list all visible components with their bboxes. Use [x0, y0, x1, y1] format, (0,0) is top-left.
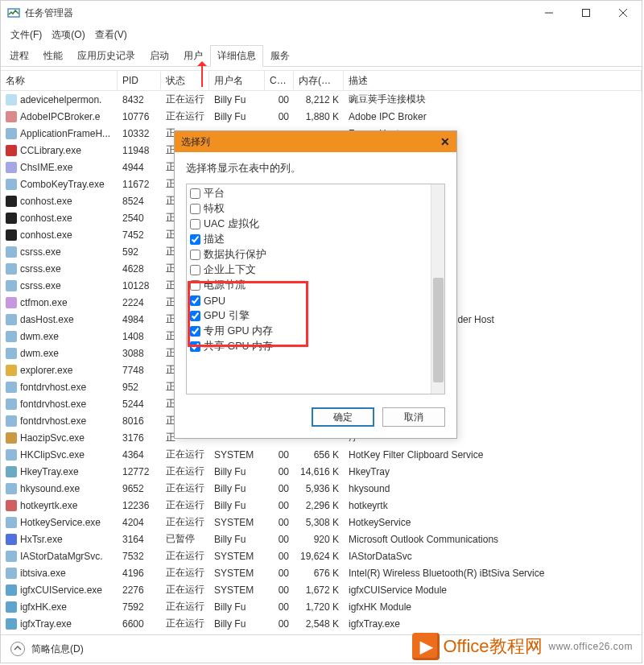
user-cell: Billy Fu [209, 601, 265, 613]
table-row[interactable]: adevicehelpermon.8432正在运行Billy Fu008,212… [1, 91, 642, 108]
column-checkbox[interactable] [190, 219, 200, 229]
column-option-label: UAC 虚拟化 [204, 217, 259, 231]
menu-view[interactable]: 查看(V) [92, 27, 130, 43]
menu-options[interactable]: 选项(O) [48, 27, 88, 43]
table-row[interactable]: HotkeyService.exe4204正在运行SYSTEM005,308 K… [1, 514, 642, 531]
pid-cell: 8524 [118, 195, 161, 208]
tab-performance[interactable]: 性能 [36, 45, 70, 67]
process-name: dwm.exe [20, 348, 59, 359]
table-row[interactable]: ibtsiva.exe4196正在运行SYSTEM00676 KIntel(R)… [1, 564, 642, 581]
process-icon [6, 601, 17, 613]
description-cell: HotKey Filter Clipboard Service [344, 448, 642, 461]
pid-cell: 11948 [118, 144, 161, 157]
ok-button[interactable]: 确定 [312, 407, 374, 427]
pid-cell: 4204 [118, 516, 161, 529]
table-row[interactable]: HkeyTray.exe12772正在运行Billy Fu0014,616 KH… [1, 463, 642, 480]
menubar: 文件(F) 选项(O) 查看(V) [1, 25, 642, 45]
status-cell: 正在运行 [161, 599, 209, 614]
process-icon [6, 280, 17, 291]
tab-app-history[interactable]: 应用历史记录 [70, 45, 142, 67]
process-icon [6, 534, 17, 545]
tab-services[interactable]: 服务 [263, 45, 297, 67]
cpu-cell: 00 [265, 499, 294, 512]
col-cpu[interactable]: CPU [265, 72, 294, 89]
column-option[interactable]: 特权 [190, 201, 427, 217]
process-icon [6, 382, 17, 393]
description-cell: hkysound [344, 482, 642, 495]
col-name[interactable]: 名称 [1, 71, 118, 91]
table-row[interactable]: HKClipSvc.exe4364正在运行SYSTEM00656 KHotKey… [1, 446, 642, 463]
chevron-up-icon[interactable] [10, 642, 25, 656]
pid-cell: 7452 [118, 229, 161, 242]
column-checkbox[interactable] [190, 265, 200, 275]
memory-cell: 1,720 K [294, 601, 344, 613]
memory-cell: 656 K [294, 448, 344, 461]
pid-cell: 11672 [118, 178, 161, 191]
col-pid[interactable]: PID [118, 72, 161, 89]
column-checkbox[interactable] [190, 204, 200, 214]
listbox-scrollbar[interactable] [431, 184, 444, 394]
cancel-button[interactable]: 取消 [382, 407, 445, 427]
fewer-details-link[interactable]: 简略信息(D) [31, 642, 84, 656]
process-name: csrss.exe [20, 263, 61, 275]
description-cell: igfxCUIService Module [344, 584, 642, 597]
user-cell: Billy Fu [209, 110, 265, 123]
table-row[interactable]: hkysound.exe9652正在运行Billy Fu005,936 Khky… [1, 480, 642, 497]
process-name: dwm.exe [20, 331, 59, 342]
cpu-cell: 00 [265, 93, 294, 106]
table-row[interactable]: igfxTray.exe6600正在运行Billy Fu002,548 Kigf… [1, 615, 642, 632]
dialog-titlebar: 选择列 ✕ [175, 131, 456, 152]
process-icon [6, 179, 17, 190]
column-checkbox[interactable] [190, 234, 200, 245]
col-description[interactable]: 描述 [344, 71, 642, 91]
column-option-label: 特权 [204, 202, 225, 216]
user-cell: Billy Fu [209, 93, 265, 106]
table-row[interactable]: hotkeyrtk.exe12236正在运行Billy Fu002,296 Kh… [1, 497, 642, 514]
column-option[interactable]: 描述 [190, 232, 427, 247]
column-option[interactable]: 企业上下文 [190, 262, 427, 278]
process-name: HKClipSvc.exe [20, 449, 85, 461]
memory-cell: 19,624 K [294, 550, 344, 563]
menu-file[interactable]: 文件(F) [7, 27, 45, 43]
col-memory[interactable]: 内存(专用... [294, 71, 344, 91]
process-name: csrss.exe [20, 246, 61, 258]
table-row[interactable]: igfxCUIService.exe2276正在运行SYSTEM001,672 … [1, 581, 642, 598]
maximize-button[interactable] [568, 1, 605, 25]
process-name: adevicehelpermon. [20, 94, 101, 105]
status-cell: 正在运行 [161, 616, 209, 631]
tab-processes[interactable]: 进程 [2, 45, 36, 67]
table-row[interactable]: IAStorDataMgrSvc.7532正在运行SYSTEM0019,624 … [1, 547, 642, 564]
titlebar: 任务管理器 [1, 1, 642, 25]
annotation-highlight-box [188, 281, 308, 347]
col-user[interactable]: 用户名 [209, 71, 265, 91]
cpu-cell: 00 [265, 618, 294, 630]
table-row[interactable]: igfxHK.exe7592正在运行Billy Fu001,720 KigfxH… [1, 598, 642, 615]
pid-cell: 7592 [118, 601, 161, 613]
column-option[interactable]: 平台 [190, 186, 427, 201]
table-row[interactable]: HxTsr.exe3164已暂停Billy Fu00920 KMicrosoft… [1, 531, 642, 547]
process-name: HaozipSvc.exe [20, 432, 85, 444]
process-name: dasHost.exe [20, 314, 74, 325]
memory-cell: 1,672 K [294, 584, 344, 597]
pid-cell: 12236 [118, 499, 161, 512]
task-manager-icon [7, 6, 20, 19]
pid-cell: 4364 [118, 448, 161, 461]
column-checkbox[interactable] [190, 250, 200, 260]
tab-startup[interactable]: 启动 [142, 45, 176, 67]
column-option[interactable]: 数据执行保护 [190, 247, 427, 262]
tab-details[interactable]: 详细信息 [210, 45, 263, 67]
watermark-logo-icon: ▶ [412, 633, 440, 660]
column-checkbox[interactable] [190, 188, 200, 199]
process-icon [6, 196, 17, 207]
pid-cell: 8432 [118, 93, 161, 106]
pid-cell: 3088 [118, 347, 161, 360]
minimize-button[interactable] [530, 1, 568, 25]
column-option[interactable]: UAC 虚拟化 [190, 217, 427, 232]
annotation-arrow [201, 63, 203, 87]
table-row[interactable]: AdobeIPCBroker.e10776正在运行Billy Fu001,880… [1, 108, 642, 125]
dialog-close-button[interactable]: ✕ [440, 135, 450, 148]
process-name: conhost.exe [20, 229, 72, 241]
process-icon [6, 128, 17, 139]
close-button[interactable] [605, 1, 642, 25]
description-cell: Adobe IPC Broker [344, 110, 642, 123]
